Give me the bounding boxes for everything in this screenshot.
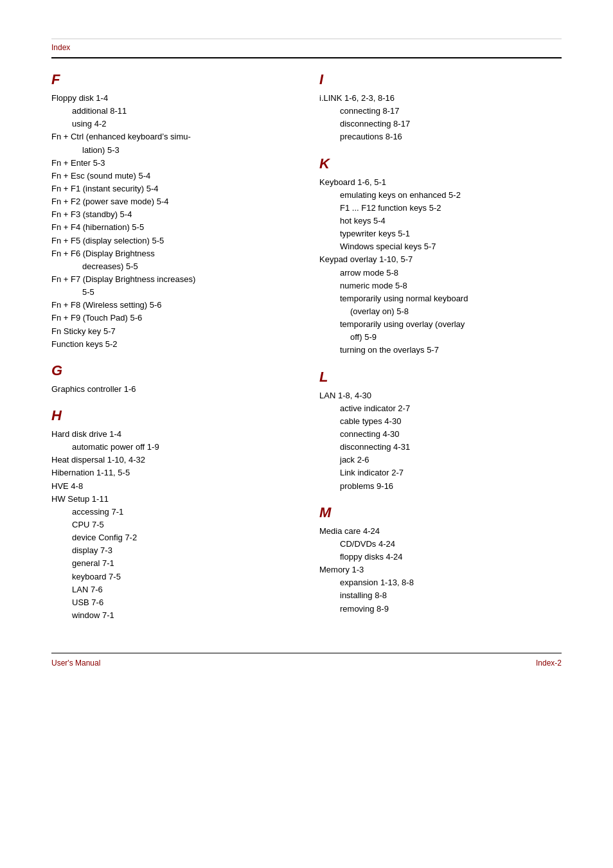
top-rule: [51, 39, 562, 39]
index-entry-text: Fn Sticky key 5-7: [51, 325, 294, 338]
section-l: LLAN 1-8, 4-30active indicator 2-7cable …: [319, 369, 562, 493]
index-entry-text: Media care 4-24: [319, 525, 562, 538]
index-entry-text: Hibernation 1-11, 5-5: [51, 466, 294, 479]
index-entry-text: CD/DVDs 4-24: [319, 538, 562, 551]
section-m: MMedia care 4-24CD/DVDs 4-24floppy disks…: [319, 504, 562, 616]
index-entry-text: Fn + F4 (hibernation) 5-5: [51, 221, 294, 234]
page: Index FFloppy disk 1-4additional 8-11usi…: [0, 0, 613, 868]
index-entry-text: Keyboard 1-6, 5-1: [319, 176, 562, 189]
main-content: FFloppy disk 1-4additional 8-11using 4-2…: [51, 71, 562, 633]
index-entry-text: Fn + F9 (Touch Pad) 5-6: [51, 312, 294, 324]
section-letter: L: [319, 369, 562, 385]
index-entry-text: Heat dispersal 1-10, 4-32: [51, 454, 294, 466]
index-entry-text: Hard disk drive 1-4: [51, 428, 294, 441]
index-entry-text: Fn + F3 (standby) 5-4: [51, 208, 294, 221]
section-g: GGraphics controller 1-6: [51, 362, 294, 396]
section-k: KKeyboard 1-6, 5-1emulating keys on enha…: [319, 155, 562, 357]
index-entry-text: expansion 1-13, 8-8: [319, 576, 562, 589]
section-h: HHard disk drive 1-4automatic power off …: [51, 407, 294, 622]
index-entry-text: (overlay on) 5-8: [319, 305, 562, 318]
index-entry-text: numeric mode 5-8: [319, 279, 562, 292]
index-entry-text: automatic power off 1-9: [51, 441, 294, 454]
index-entry-text: Fn + F5 (display selection) 5-5: [51, 235, 294, 247]
index-entries: Media care 4-24CD/DVDs 4-24floppy disks …: [319, 525, 562, 616]
index-entry-text: keyboard 7-5: [51, 571, 294, 583]
index-entry-text: accessing 7-1: [51, 506, 294, 518]
left-column: FFloppy disk 1-4additional 8-11using 4-2…: [51, 71, 294, 633]
index-entry-text: using 4-2: [51, 118, 294, 130]
index-entry-text: USB 7-6: [51, 596, 294, 609]
section-letter: M: [319, 504, 562, 521]
index-entries: i.LINK 1-6, 2-3, 8-16connecting 8-17disc…: [319, 92, 562, 144]
index-entry-text: Fn + F7 (Display Brightness increases): [51, 273, 294, 286]
index-entries: Floppy disk 1-4additional 8-11using 4-2F…: [51, 92, 294, 351]
index-entry-text: active indicator 2-7: [319, 402, 562, 415]
index-entry-text: disconnecting 8-17: [319, 118, 562, 130]
section-letter: K: [319, 155, 562, 172]
index-entry-text: F1 ... F12 function keys 5-2: [319, 202, 562, 215]
index-entry-text: connecting 8-17: [319, 105, 562, 118]
right-column: Ii.LINK 1-6, 2-3, 8-16connecting 8-17dis…: [319, 71, 562, 633]
index-entry-text: connecting 4-30: [319, 428, 562, 441]
breadcrumb: Index: [51, 43, 562, 52]
index-entry-text: hot keys 5-4: [319, 215, 562, 227]
bottom-rule: [51, 653, 562, 653]
index-entry-text: installing 8-8: [319, 589, 562, 602]
index-entry-text: Fn + F6 (Display Brightness: [51, 247, 294, 260]
section-letter: H: [51, 407, 294, 424]
index-entries: Keyboard 1-6, 5-1emulating keys on enhan…: [319, 176, 562, 357]
index-entry-text: removing 8-9: [319, 603, 562, 616]
index-entry-text: cable types 4-30: [319, 415, 562, 428]
index-entry-text: Graphics controller 1-6: [51, 383, 294, 396]
index-entry-text: disconnecting 4-31: [319, 441, 562, 454]
index-entry-text: jack 2-6: [319, 454, 562, 466]
index-entry-text: 5-5: [51, 286, 294, 299]
index-entry-text: CPU 7-5: [51, 518, 294, 531]
index-entry-text: Fn + F2 (power save mode) 5-4: [51, 195, 294, 208]
index-entries: Graphics controller 1-6: [51, 383, 294, 396]
index-entry-text: Fn + Esc (sound mute) 5-4: [51, 170, 294, 182]
index-entry-text: emulating keys on enhanced 5-2: [319, 189, 562, 202]
index-entry-text: additional 8-11: [51, 105, 294, 118]
index-entry-text: HVE 4-8: [51, 480, 294, 493]
index-entry-text: Windows special keys 5-7: [319, 240, 562, 253]
footer-right: Index-2: [536, 659, 562, 668]
index-entries: Hard disk drive 1-4automatic power off 1…: [51, 428, 294, 622]
index-entry-text: floppy disks 4-24: [319, 551, 562, 563]
index-entry-text: device Config 7-2: [51, 531, 294, 544]
index-entry-text: general 7-1: [51, 557, 294, 570]
section-rule: [51, 57, 562, 58]
index-entry-text: precautions 8-16: [319, 130, 562, 143]
index-entry-text: typewriter keys 5-1: [319, 227, 562, 240]
index-entry-text: i.LINK 1-6, 2-3, 8-16: [319, 92, 562, 105]
section-letter: G: [51, 362, 294, 379]
index-entry-text: Fn + F8 (Wireless setting) 5-6: [51, 299, 294, 312]
index-entry-text: display 7-3: [51, 544, 294, 557]
index-entry-text: Floppy disk 1-4: [51, 92, 294, 105]
index-entry-text: Fn + Ctrl (enhanced keyboard’s simu-: [51, 130, 294, 143]
index-entry-text: HW Setup 1-11: [51, 493, 294, 506]
index-entries: LAN 1-8, 4-30active indicator 2-7cable t…: [319, 389, 562, 493]
index-entry-text: temporarily using normal keyboard: [319, 292, 562, 305]
index-entry-text: Link indicator 2-7: [319, 466, 562, 479]
section-f: FFloppy disk 1-4additional 8-11using 4-2…: [51, 71, 294, 351]
index-entry-text: decreases) 5-5: [51, 260, 294, 273]
footer: User's Manual Index-2: [51, 659, 562, 668]
index-entry-text: Fn + F1 (instant security) 5-4: [51, 182, 294, 195]
index-entry-text: temporarily using overlay (overlay: [319, 318, 562, 331]
section-letter: I: [319, 71, 562, 88]
index-entry-text: Fn + Enter 5-3: [51, 157, 294, 170]
index-entry-text: lation) 5-3: [51, 144, 294, 157]
footer-left: User's Manual: [51, 659, 100, 668]
index-entry-text: window 7-1: [51, 609, 294, 622]
index-entry-text: arrow mode 5-8: [319, 267, 562, 279]
index-entry-text: Memory 1-3: [319, 563, 562, 576]
index-entry-text: off) 5-9: [319, 331, 562, 344]
index-entry-text: turning on the overlays 5-7: [319, 344, 562, 357]
section-i: Ii.LINK 1-6, 2-3, 8-16connecting 8-17dis…: [319, 71, 562, 144]
section-letter: F: [51, 71, 294, 88]
index-entry-text: LAN 7-6: [51, 583, 294, 596]
index-entry-text: problems 9-16: [319, 480, 562, 493]
index-entry-text: Keypad overlay 1-10, 5-7: [319, 253, 562, 266]
index-entry-text: LAN 1-8, 4-30: [319, 389, 562, 402]
